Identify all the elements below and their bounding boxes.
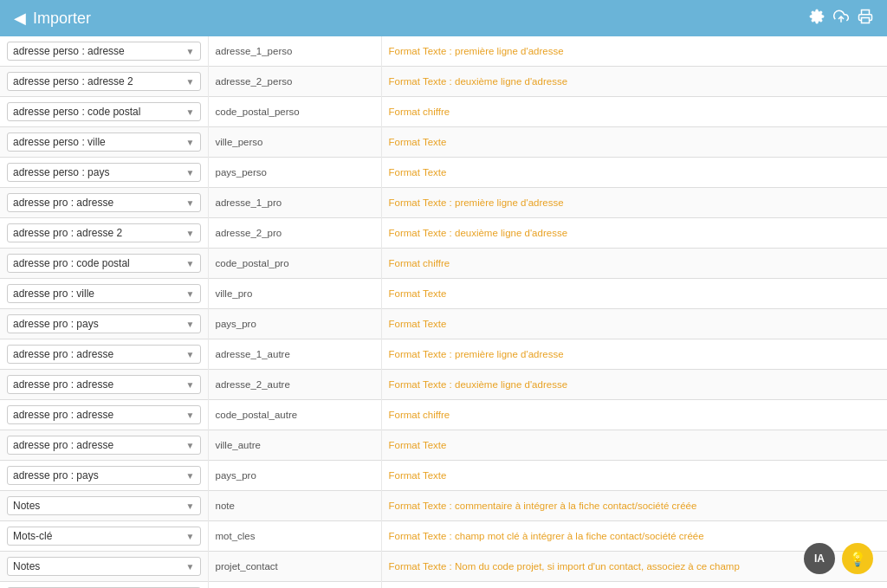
format-cell: Format Texte : première ligne d'adresse <box>381 188 887 218</box>
field-cell: adresse perso : adresse ▼ <box>0 36 208 67</box>
table-row: adresse perso : ville ▼ ville_perso Form… <box>0 127 887 158</box>
key-cell: code_postal_perso <box>208 97 381 127</box>
field-cell: adresse pro : adresse ▼ <box>0 430 208 461</box>
format-cell: Format Texte : deuxième ligne d'adresse <box>381 67 887 97</box>
field-select[interactable]: adresse pro : pays ▼ <box>7 314 201 333</box>
table-row: adresse perso : adresse ▼ adresse_1_pers… <box>0 36 887 67</box>
table-row: Mots-clé ▼ mot_cles Format Texte : champ… <box>0 521 887 552</box>
key-cell: adresse_1_perso <box>208 36 381 67</box>
field-select[interactable]: adresse pro : ville ▼ <box>7 284 201 303</box>
field-select[interactable]: adresse pro : pays ▼ <box>7 466 201 485</box>
chevron-down-icon: ▼ <box>186 107 195 117</box>
svg-rect-1 <box>862 18 870 23</box>
field-select[interactable]: adresse pro : adresse 2 ▼ <box>7 223 201 242</box>
field-label: adresse perso : pays <box>13 166 109 178</box>
field-cell: adresse pro : adresse 2 ▼ <box>0 218 208 249</box>
bulb-button[interactable]: 💡 <box>842 543 873 574</box>
format-cell: Format Texte <box>381 430 887 461</box>
field-select[interactable]: adresse perso : ville ▼ <box>7 132 201 152</box>
table-row: Notes ▼ projet_contact Format Texte : No… <box>0 552 887 582</box>
chevron-down-icon: ▼ <box>186 562 195 572</box>
settings-icon[interactable] <box>809 9 825 28</box>
format-cell: Format Texte : commentaire à intégrer à … <box>381 491 887 521</box>
key-cell: pays_pro <box>208 461 381 491</box>
table-row: adresse pro : pays ▼ pays_pro Format Tex… <box>0 309 887 339</box>
table-row: adresse pro : adresse 2 ▼ adresse_2_pro … <box>0 218 887 249</box>
format-cell: Format Texte <box>381 158 887 188</box>
field-label: adresse pro : adresse <box>13 409 113 421</box>
field-select[interactable]: adresse pro : adresse ▼ <box>7 436 201 455</box>
field-label: adresse pro : ville <box>13 288 94 300</box>
key-cell: adresse_1_pro <box>208 188 381 218</box>
field-label: adresse pro : pays <box>13 469 99 481</box>
field-select[interactable]: adresse pro : adresse ▼ <box>7 405 201 424</box>
table-row: adresse pro : adresse ▼ adresse_2_autre … <box>0 370 887 400</box>
chevron-down-icon: ▼ <box>186 532 195 541</box>
key-cell: code_postal_pro <box>208 249 381 279</box>
field-select[interactable]: adresse perso : pays ▼ <box>7 163 201 182</box>
field-label: adresse pro : pays <box>13 318 99 330</box>
chevron-down-icon: ▼ <box>186 471 195 481</box>
field-cell: adresse pro : adresse ▼ <box>0 188 208 218</box>
field-cell: adresse perso : code postal ▼ <box>0 97 208 127</box>
field-label: adresse pro : adresse <box>13 197 113 209</box>
field-cell: adresse pro : adresse ▼ <box>0 370 208 400</box>
field-cell: adresse pro : pays ▼ <box>0 309 208 339</box>
table-row: adresse pro : adresse ▼ ville_autre Form… <box>0 430 887 461</box>
ia-button[interactable]: IA <box>804 543 835 574</box>
field-select[interactable]: adresse pro : adresse ▼ <box>7 193 201 212</box>
header-left: ◀ Importer <box>14 10 91 28</box>
field-select[interactable]: Notes ▼ <box>7 557 201 576</box>
field-cell: Notes ▼ <box>0 552 208 582</box>
field-select[interactable]: adresse pro : adresse ▼ <box>7 345 201 364</box>
table-row: Projet ▼ projet_entreprise_ Format Texte… <box>0 582 887 589</box>
field-label: adresse pro : adresse <box>13 378 113 391</box>
chevron-down-icon: ▼ <box>186 350 195 359</box>
field-select[interactable]: Notes ▼ <box>7 496 201 515</box>
field-select[interactable]: adresse pro : adresse ▼ <box>7 375 201 394</box>
field-select[interactable]: adresse perso : adresse 2 ▼ <box>7 72 201 91</box>
table-row: Notes ▼ note Format Texte : commentaire … <box>0 491 887 521</box>
chevron-down-icon: ▼ <box>186 198 195 208</box>
key-cell: note <box>208 491 381 521</box>
chevron-down-icon: ▼ <box>186 320 195 329</box>
field-cell: adresse perso : ville ▼ <box>0 127 208 158</box>
table-row: adresse pro : ville ▼ ville_pro Format T… <box>0 279 887 309</box>
upload-icon[interactable] <box>833 9 849 28</box>
field-label: adresse pro : adresse <box>13 439 113 451</box>
table-row: adresse pro : adresse ▼ adresse_1_autre … <box>0 339 887 370</box>
field-cell: adresse perso : adresse 2 ▼ <box>0 67 208 97</box>
back-button[interactable]: ◀ <box>14 10 26 26</box>
table-container: adresse perso : adresse ▼ adresse_1_pers… <box>0 36 887 588</box>
format-cell: Format Texte <box>381 309 887 339</box>
field-label: adresse perso : adresse 2 <box>13 75 133 87</box>
field-cell: Projet ▼ <box>0 582 208 589</box>
field-cell: Notes ▼ <box>0 491 208 521</box>
field-label: adresse perso : code postal <box>13 106 140 118</box>
chevron-down-icon: ▼ <box>186 77 195 87</box>
chevron-down-icon: ▼ <box>186 410 195 420</box>
field-select[interactable]: adresse pro : code postal ▼ <box>7 254 201 273</box>
field-label: adresse pro : adresse 2 <box>13 227 122 239</box>
key-cell: adresse_1_autre <box>208 339 381 370</box>
table-row: adresse perso : pays ▼ pays_perso Format… <box>0 158 887 188</box>
import-table: adresse perso : adresse ▼ adresse_1_pers… <box>0 36 887 588</box>
table-row: adresse perso : code postal ▼ code_posta… <box>0 97 887 127</box>
format-cell: Format Texte <box>381 127 887 158</box>
print-icon[interactable] <box>858 9 873 28</box>
format-cell: Format Texte : deuxième ligne d'adresse <box>381 218 887 249</box>
key-cell: code_postal_autre <box>208 400 381 430</box>
chevron-down-icon: ▼ <box>186 501 195 511</box>
header: ◀ Importer <box>0 0 887 36</box>
field-select[interactable]: adresse perso : adresse ▼ <box>7 42 201 61</box>
field-select[interactable]: adresse perso : code postal ▼ <box>7 102 201 121</box>
field-cell: adresse perso : pays ▼ <box>0 158 208 188</box>
chevron-down-icon: ▼ <box>186 138 195 147</box>
field-select[interactable]: Mots-clé ▼ <box>7 527 201 546</box>
header-icons <box>809 9 873 28</box>
field-label: adresse pro : code postal <box>13 257 130 269</box>
key-cell: pays_perso <box>208 158 381 188</box>
field-label: adresse perso : ville <box>13 136 106 148</box>
field-cell: adresse pro : pays ▼ <box>0 461 208 491</box>
format-cell: Format chiffre <box>381 97 887 127</box>
